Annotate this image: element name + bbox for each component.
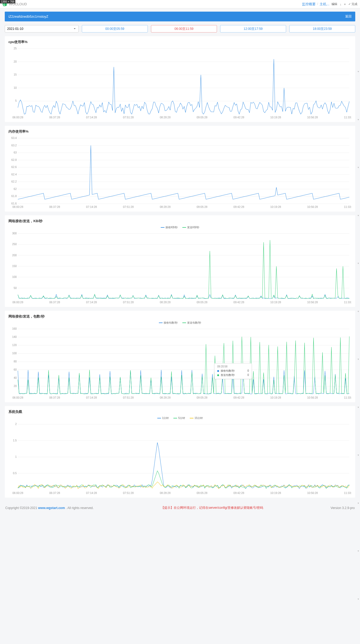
svg-text:09:05:28: 09:05:28 bbox=[197, 116, 207, 119]
chart-plot[interactable]: 5010015020025030006:00:2806:37:2807:14:2… bbox=[8, 231, 352, 305]
svg-text:08:28:28: 08:28:28 bbox=[160, 492, 170, 494]
chart-plot[interactable]: 51015202506:00:2806:37:2807:14:2807:51:2… bbox=[8, 46, 352, 120]
legend-item: 发送KB/秒 bbox=[182, 226, 199, 229]
svg-text:100: 100 bbox=[12, 276, 17, 279]
time-range-button[interactable]: 06:00至11:59 bbox=[151, 25, 217, 32]
topbar: WGCLOUD 监控概要 / 主机... 编辑 ↓ × ✓ 完成 bbox=[0, 0, 360, 8]
svg-text:40: 40 bbox=[14, 376, 17, 379]
date-select[interactable]: 2021-01-10 bbox=[5, 25, 79, 32]
svg-text:5: 5 bbox=[15, 100, 17, 102]
legend-item: 1分钟 bbox=[157, 416, 169, 420]
legend-item: 接收包数/秒 bbox=[159, 321, 178, 325]
svg-text:07:14:28: 07:14:28 bbox=[86, 396, 97, 399]
close-icon[interactable]: × bbox=[344, 3, 346, 6]
legend-item: 5分钟 bbox=[173, 416, 185, 420]
svg-text:10:56:28: 10:56:28 bbox=[307, 116, 318, 119]
svg-text:10:19:28: 10:19:28 bbox=[270, 116, 281, 119]
svg-text:1: 1 bbox=[15, 455, 17, 458]
svg-text:62.4: 62.4 bbox=[11, 173, 17, 176]
download-icon[interactable]: ↓ bbox=[340, 3, 342, 6]
chart-plot[interactable]: 0.511.5206:00:2806:37:2807:14:2807:51:28… bbox=[8, 422, 352, 496]
svg-text:80: 80 bbox=[14, 360, 17, 363]
svg-text:06:00:28: 06:00:28 bbox=[12, 396, 23, 399]
svg-text:09:05:28: 09:05:28 bbox=[197, 396, 207, 399]
svg-text:09:05:28: 09:05:28 bbox=[197, 301, 207, 304]
chart-title: 内存使用率% bbox=[8, 129, 352, 134]
svg-text:62.2: 62.2 bbox=[11, 180, 17, 183]
svg-text:07:14:28: 07:14:28 bbox=[86, 301, 97, 304]
svg-text:20: 20 bbox=[14, 60, 17, 63]
svg-text:07:51:28: 07:51:28 bbox=[123, 492, 134, 494]
time-range-button[interactable]: 12:00至17:59 bbox=[220, 25, 286, 32]
svg-text:06:00:28: 06:00:28 bbox=[12, 206, 23, 208]
svg-text:20: 20 bbox=[14, 385, 17, 388]
chart-plot[interactable]: 2040608010012014016006:00:2806:37:2807:1… bbox=[8, 326, 352, 400]
back-button[interactable]: 返回 bbox=[345, 14, 352, 19]
svg-text:1.5: 1.5 bbox=[13, 439, 17, 442]
legend-item: 发送包数/秒 bbox=[182, 321, 201, 325]
svg-text:07:51:28: 07:51:28 bbox=[123, 116, 134, 119]
svg-text:25: 25 bbox=[14, 47, 17, 50]
svg-text:07:14:28: 07:14:28 bbox=[86, 492, 97, 494]
svg-text:63: 63 bbox=[14, 151, 17, 154]
svg-text:09:42:28: 09:42:28 bbox=[234, 301, 244, 304]
chart-legend: 接收KB/秒发送KB/秒 bbox=[8, 225, 352, 231]
copyright-text: . All rights reserved. bbox=[66, 506, 93, 510]
svg-text:07:14:28: 07:14:28 bbox=[86, 116, 97, 119]
footer: Copyright ©2019-2021 www.wgstart.com . A… bbox=[0, 502, 360, 513]
chart-title: 系统负载 bbox=[8, 410, 352, 414]
svg-text:09:05:28: 09:05:28 bbox=[197, 206, 207, 208]
svg-text:07:51:28: 07:51:28 bbox=[123, 396, 134, 399]
svg-text:11:33:58: 11:33:58 bbox=[344, 492, 352, 494]
chart-card-load: 系统负载1分钟5分钟15分钟0.511.5206:00:2806:37:2807… bbox=[5, 406, 355, 498]
chart-card-net_pkt: 网络接收/发送，包数/秒接收包数/秒发送包数/秒2040608010012014… bbox=[5, 311, 355, 402]
svg-text:63.2: 63.2 bbox=[11, 144, 17, 147]
svg-text:06:37:28: 06:37:28 bbox=[49, 396, 60, 399]
svg-text:2: 2 bbox=[15, 423, 17, 426]
svg-text:150: 150 bbox=[12, 265, 17, 268]
time-range-button[interactable]: 00:00至05:59 bbox=[82, 25, 148, 32]
svg-text:10:56:28: 10:56:28 bbox=[307, 492, 318, 494]
svg-text:10: 10 bbox=[14, 86, 17, 89]
chart-card-cpu: cpu使用率%51015202506:00:2806:37:2807:14:28… bbox=[5, 36, 355, 122]
svg-text:07:14:28: 07:14:28 bbox=[86, 206, 97, 208]
svg-text:09:42:28: 09:42:28 bbox=[234, 492, 244, 494]
svg-text:06:00:28: 06:00:28 bbox=[12, 301, 23, 304]
edit-button[interactable]: 编辑 bbox=[331, 2, 337, 6]
svg-text:200: 200 bbox=[12, 254, 17, 257]
chart-title: cpu使用率% bbox=[8, 40, 352, 44]
breadcrumb-link[interactable]: 监控概要 bbox=[302, 2, 316, 7]
svg-text:11:33:58: 11:33:58 bbox=[344, 206, 352, 208]
legend-item: 15分钟 bbox=[190, 416, 203, 420]
svg-text:09:42:28: 09:42:28 bbox=[234, 116, 244, 119]
svg-text:61.8: 61.8 bbox=[11, 195, 17, 198]
chart-legend: 接收包数/秒发送包数/秒 bbox=[8, 320, 352, 326]
svg-text:10:56:28: 10:56:28 bbox=[307, 206, 318, 208]
svg-text:09:05:28: 09:05:28 bbox=[197, 492, 207, 494]
done-button[interactable]: ✓ 完成 bbox=[348, 2, 357, 6]
legend-item: 接收KB/秒 bbox=[161, 226, 178, 229]
svg-text:0.5: 0.5 bbox=[13, 472, 17, 475]
svg-text:10:56:28: 10:56:28 bbox=[307, 396, 318, 399]
svg-text:09:42:28: 09:42:28 bbox=[234, 206, 244, 208]
svg-text:06:00:28: 06:00:28 bbox=[12, 116, 23, 119]
svg-text:11:33:58: 11:33:58 bbox=[344, 396, 352, 399]
svg-text:10:19:28: 10:19:28 bbox=[270, 396, 281, 399]
time-range-button[interactable]: 18:00至23:59 bbox=[289, 25, 355, 32]
svg-text:160: 160 bbox=[12, 327, 17, 330]
breadcrumb: 监控概要 / 主机... bbox=[302, 2, 329, 7]
chart-card-net_kb: 网络接收/发送，KB/秒接收KB/秒发送KB/秒5010015020025030… bbox=[5, 215, 355, 307]
svg-text:300: 300 bbox=[12, 232, 17, 235]
chart-plot[interactable]: 61.661.86262.262.462.662.86363.263.406:0… bbox=[8, 136, 352, 209]
footer-link[interactable]: www.wgstart.com bbox=[38, 506, 65, 510]
breadcrumb-link[interactable]: 主机... bbox=[320, 2, 329, 7]
copyright-text: Copyright ©2019-2021 bbox=[5, 506, 38, 510]
svg-text:10:19:28: 10:19:28 bbox=[270, 492, 281, 494]
title-bar: iZ2zeafdzwdb5zc1rnstoyZ 返回 bbox=[5, 12, 355, 21]
svg-text:09:42:28: 09:42:28 bbox=[234, 396, 244, 399]
footer-tip: 【提示】在公网环境运行，记得在server/config/里修改默认登陆账号/密… bbox=[161, 506, 263, 510]
svg-text:07:51:28: 07:51:28 bbox=[123, 301, 134, 304]
chart-legend: 1分钟5分钟15分钟 bbox=[8, 416, 352, 422]
svg-text:140: 140 bbox=[12, 335, 17, 338]
svg-text:06:37:28: 06:37:28 bbox=[49, 206, 60, 208]
